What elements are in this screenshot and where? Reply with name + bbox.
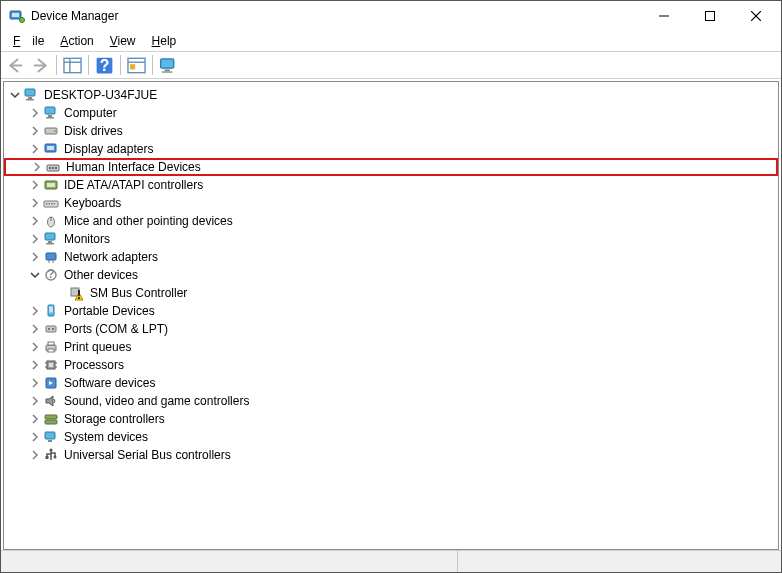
tree-node-system-devices[interactable]: System devices: [4, 428, 778, 446]
storage-icon: [42, 411, 60, 427]
tree-node-computer[interactable]: Computer: [4, 104, 778, 122]
show-hide-tree-button[interactable]: [61, 54, 84, 76]
tree-node-label: Software devices: [62, 376, 157, 390]
toolbar-separator: [56, 55, 57, 75]
expand-arrow-icon[interactable]: [28, 376, 42, 390]
expand-arrow-icon[interactable]: [28, 250, 42, 264]
expand-arrow-icon[interactable]: [28, 412, 42, 426]
expand-arrow-icon[interactable]: [28, 322, 42, 336]
tree-node-human-interface-devices[interactable]: Human Interface Devices: [4, 158, 778, 176]
tree-node-sm-bus-controller[interactable]: SM Bus Controller: [4, 284, 778, 302]
status-section: [457, 551, 777, 572]
forward-button[interactable]: [29, 54, 52, 76]
expand-arrow-icon[interactable]: [28, 106, 42, 120]
expand-arrow-icon[interactable]: [28, 358, 42, 372]
tree-root-node[interactable]: DESKTOP-U34FJUE: [4, 86, 778, 104]
expand-arrow-icon[interactable]: [28, 142, 42, 156]
tree-node-label: Processors: [62, 358, 126, 372]
tree-node-label: Display adapters: [62, 142, 155, 156]
tree-node-universal-serial-bus-controllers[interactable]: Universal Serial Bus controllers: [4, 446, 778, 464]
expand-arrow-icon[interactable]: [28, 340, 42, 354]
tree-node-label: System devices: [62, 430, 150, 444]
tree-node-label: Human Interface Devices: [64, 160, 203, 174]
status-section: [5, 551, 457, 572]
tree-node-label: Universal Serial Bus controllers: [62, 448, 233, 462]
software-icon: [42, 375, 60, 391]
svg-rect-16: [165, 69, 170, 71]
portable-icon: [42, 303, 60, 319]
tree-node-processors[interactable]: Processors: [4, 356, 778, 374]
scan-hardware-button[interactable]: [125, 54, 148, 76]
expand-arrow-icon[interactable]: [28, 268, 42, 282]
tree-node-label: Mice and other pointing devices: [62, 214, 235, 228]
tree-node-ide-ata-atapi-controllers[interactable]: IDE ATA/ATAPI controllers: [4, 176, 778, 194]
network-icon: [42, 249, 60, 265]
device-manager-icon: [9, 8, 25, 24]
tree-node-print-queues[interactable]: Print queues: [4, 338, 778, 356]
tree-node-portable-devices[interactable]: Portable Devices: [4, 302, 778, 320]
display-icon: [42, 141, 60, 157]
expand-arrow-icon[interactable]: [28, 430, 42, 444]
devices-button[interactable]: [157, 54, 180, 76]
device-tree: DESKTOP-U34FJUE ComputerDisk drivesDispl…: [4, 86, 778, 464]
tree-node-label: SM Bus Controller: [88, 286, 189, 300]
svg-rect-7: [64, 58, 81, 72]
expand-arrow-icon[interactable]: [30, 160, 44, 174]
tree-node-label: IDE ATA/ATAPI controllers: [62, 178, 205, 192]
tree-node-ports-com-lpt[interactable]: Ports (COM & LPT): [4, 320, 778, 338]
expand-arrow-icon[interactable]: [28, 124, 42, 138]
toolbar-separator: [120, 55, 121, 75]
help-button[interactable]: ?: [93, 54, 116, 76]
expand-arrow-icon[interactable]: [8, 88, 22, 102]
tree-node-monitors[interactable]: Monitors: [4, 230, 778, 248]
expand-arrow-icon[interactable]: [28, 394, 42, 408]
menu-help[interactable]: Help: [146, 33, 183, 49]
tree-node-other-devices[interactable]: Other devices: [4, 266, 778, 284]
expand-arrow-icon[interactable]: [28, 448, 42, 462]
expand-arrow-icon[interactable]: [28, 178, 42, 192]
svg-rect-15: [161, 58, 174, 67]
menu-view[interactable]: View: [104, 33, 142, 49]
window-controls: [641, 1, 779, 31]
tree-node-display-adapters[interactable]: Display adapters: [4, 140, 778, 158]
sound-icon: [42, 393, 60, 409]
menu-bar: File Action View Help: [1, 31, 781, 51]
device-tree-panel[interactable]: DESKTOP-U34FJUE ComputerDisk drivesDispl…: [3, 81, 779, 550]
tree-node-software-devices[interactable]: Software devices: [4, 374, 778, 392]
tree-node-disk-drives[interactable]: Disk drives: [4, 122, 778, 140]
title-bar: Device Manager: [1, 1, 781, 31]
tree-node-sound-video-and-game-controllers[interactable]: Sound, video and game controllers: [4, 392, 778, 410]
computer-icon: [22, 87, 40, 103]
tree-node-label: Storage controllers: [62, 412, 167, 426]
minimize-button[interactable]: [641, 1, 687, 31]
maximize-button[interactable]: [687, 1, 733, 31]
expand-arrow-icon[interactable]: [28, 232, 42, 246]
tree-node-label: Computer: [62, 106, 119, 120]
expand-arrow-icon[interactable]: [28, 214, 42, 228]
tree-node-keyboards[interactable]: Keyboards: [4, 194, 778, 212]
tree-node-label: Monitors: [62, 232, 112, 246]
svg-rect-4: [706, 12, 715, 21]
svg-point-2: [20, 18, 25, 23]
svg-rect-18: [25, 89, 35, 96]
window-title: Device Manager: [31, 9, 641, 23]
svg-rect-1: [12, 13, 19, 17]
tree-node-label: Sound, video and game controllers: [62, 394, 251, 408]
close-button[interactable]: [733, 1, 779, 31]
keyboard-icon: [42, 195, 60, 211]
tree-node-label: Portable Devices: [62, 304, 157, 318]
expand-arrow-icon[interactable]: [28, 196, 42, 210]
tree-node-network-adapters[interactable]: Network adapters: [4, 248, 778, 266]
warning-icon: [68, 285, 86, 301]
menu-file[interactable]: File: [7, 33, 50, 49]
expand-arrow-icon[interactable]: [28, 304, 42, 318]
tree-node-label: Other devices: [62, 268, 140, 282]
disk-icon: [42, 123, 60, 139]
mouse-icon: [42, 213, 60, 229]
menu-action[interactable]: Action: [54, 33, 99, 49]
tree-node-label: Print queues: [62, 340, 133, 354]
back-button[interactable]: [4, 54, 27, 76]
tree-node-mice-and-other-pointing-devices[interactable]: Mice and other pointing devices: [4, 212, 778, 230]
printer-icon: [42, 339, 60, 355]
tree-node-storage-controllers[interactable]: Storage controllers: [4, 410, 778, 428]
